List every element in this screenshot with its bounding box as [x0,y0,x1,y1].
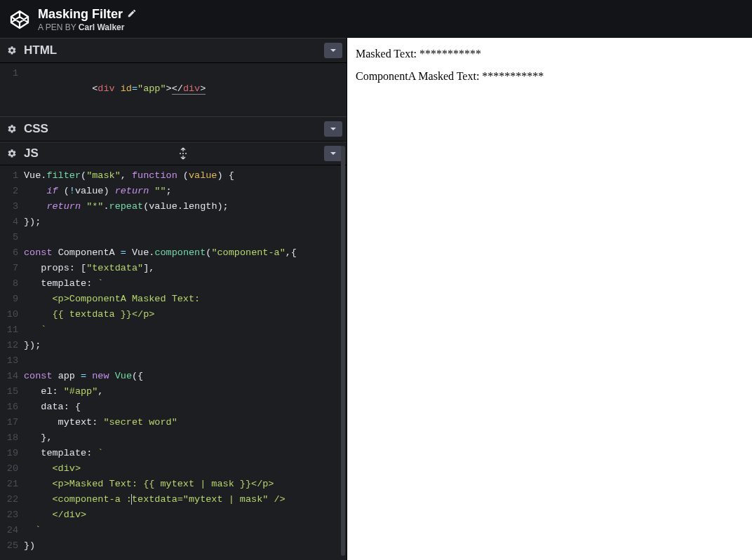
chevron-down-icon[interactable] [324,146,342,161]
codepen-logo-icon[interactable] [10,10,29,29]
resize-vertical-icon[interactable] [178,147,188,160]
topbar: Masking Filter A PEN BY Carl Walker [0,0,752,38]
panel-label-html: HTML [20,43,61,57]
css-panel: CSS [0,116,347,142]
pen-byline: A PEN BY Carl Walker [38,22,137,32]
author-link[interactable]: Carl Walker [79,22,125,32]
editors-column: HTML 1 <div id="app"></div> [0,38,347,560]
chevron-down-icon[interactable] [324,43,342,58]
byline-prefix: A PEN BY [38,22,79,32]
chevron-down-icon[interactable] [324,121,342,137]
pencil-icon[interactable] [127,8,137,21]
pen-title[interactable]: Masking Filter [38,7,137,22]
preview-line: ComponentA Masked Text: *********** [356,70,744,83]
pen-title-text: Masking Filter [38,7,123,22]
gear-icon[interactable] [4,43,20,58]
html-editor[interactable]: 1 <div id="app"></div> [0,63,347,116]
preview-pane: Masked Text: *********** ComponentA Mask… [347,38,752,560]
gear-icon[interactable] [4,121,20,137]
gear-icon[interactable] [4,146,20,161]
preview-line: Masked Text: *********** [356,48,744,60]
js-editor[interactable]: 1Vue.filter("mask", function (value) { 2… [0,165,347,560]
line-number: 1 [0,66,24,112]
panel-label-js: JS [20,146,43,161]
html-panel: HTML 1 <div id="app"></div> [0,38,347,116]
panel-label-css: CSS [20,122,53,136]
js-panel: JS 1Vue.filter("mask", function (value [0,142,347,560]
